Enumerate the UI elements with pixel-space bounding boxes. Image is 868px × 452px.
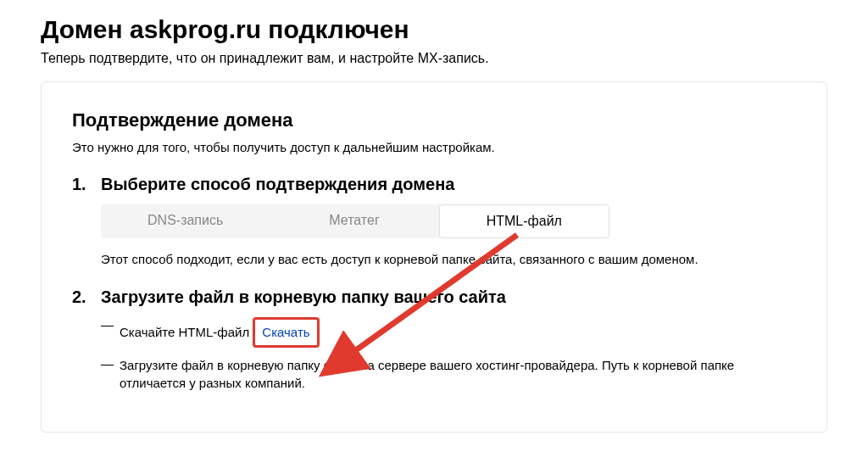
step-2: 2. Загрузите файл в корневую папку вашег… — [72, 287, 796, 401]
tab-html-file[interactable]: HTML-файл — [439, 204, 609, 238]
step-2-bullet-2: — Загрузите файл в корневую папку сайта … — [101, 356, 796, 393]
dash-icon: — — [101, 317, 120, 348]
dash-icon: — — [101, 356, 120, 393]
download-link-highlight: Скачать — [253, 317, 319, 348]
card-description: Это нужно для того, чтобы получить досту… — [72, 140, 796, 154]
step-1-number: 1. — [72, 175, 101, 277]
verification-card: Подтверждение домена Это нужно для того,… — [41, 81, 827, 432]
step-1: 1. Выберите способ подтверждения домена … — [72, 175, 796, 277]
page-title: Домен askprog.ru подключен — [41, 15, 827, 44]
step-2-title: Загрузите файл в корневую папку вашего с… — [101, 287, 796, 307]
tab-metatag[interactable]: Метатег — [270, 204, 438, 238]
page-subtitle: Теперь подтвердите, что он принадлежит в… — [41, 51, 827, 66]
step-1-title: Выберите способ подтверждения домена — [101, 175, 796, 194]
upload-instruction-text: Загрузите файл в корневую папку сайта на… — [120, 356, 796, 393]
step-2-number: 2. — [72, 287, 101, 401]
step-2-bullet-1: — Скачайте HTML-файл Скачать — [101, 317, 796, 348]
tab-dns[interactable]: DNS-запись — [101, 204, 270, 238]
card-title: Подтверждение домена — [72, 109, 796, 131]
download-file-label: Скачайте HTML-файл — [120, 325, 249, 339]
step-1-note: Этот способ подходит, если у вас есть до… — [101, 250, 796, 269]
download-link[interactable]: Скачать — [262, 325, 309, 339]
verification-method-tabs: DNS-запись Метатег HTML-файл — [101, 204, 609, 238]
